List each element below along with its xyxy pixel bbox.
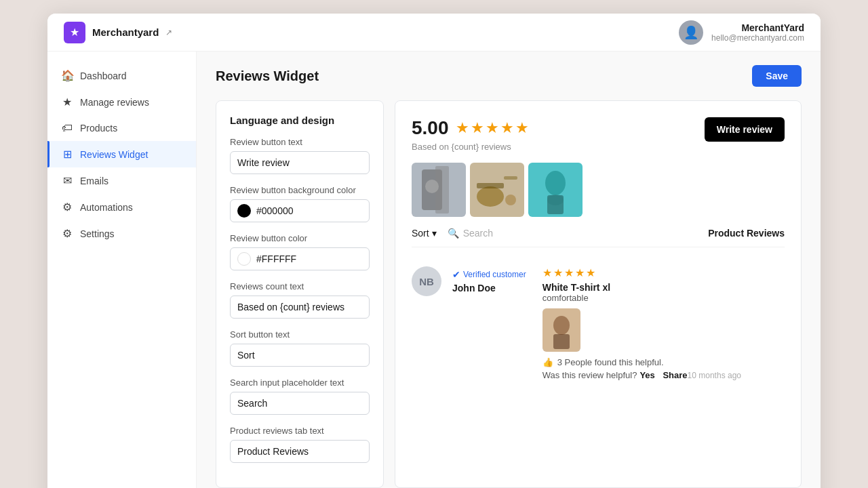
rating-number: 5.00 — [412, 117, 449, 139]
sidebar-item-settings[interactable]: ⚙ Settings — [47, 220, 196, 247]
review-button-text-input[interactable] — [230, 151, 370, 174]
review-star-4: ★ — [575, 266, 585, 279]
separator — [658, 370, 660, 380]
svg-point-12 — [547, 195, 564, 205]
search-bar: 🔍 Search — [448, 228, 493, 239]
rating-left: 5.00 ★ ★ ★ ★ ★ Based on {count} reviews — [412, 117, 529, 152]
star-3: ★ — [486, 119, 499, 137]
product-reviews-tab-input[interactable] — [230, 440, 370, 463]
field-review-button-text: Review button text — [230, 137, 370, 174]
content-header: Reviews Widget Save — [197, 52, 821, 100]
yes-link[interactable]: Yes — [639, 370, 654, 380]
color-value-bg[interactable] — [256, 205, 362, 216]
user-name: MerchantYard — [711, 22, 804, 33]
review-star-3: ★ — [564, 266, 574, 279]
topbar: ★ Merchantyard ↗ 👤 MerchantYard hello@me… — [47, 14, 821, 52]
review-actions: Was this review helpful? Yes Share 10 mo… — [542, 370, 741, 380]
search-icon: 🔍 — [448, 228, 459, 239]
field-label: Review button background color — [230, 185, 370, 195]
product-reviews-tab[interactable]: Product Reviews — [708, 228, 785, 239]
sidebar-item-manage-reviews[interactable]: ★ Manage reviews — [47, 89, 196, 115]
write-review-button[interactable]: Write review — [705, 117, 785, 142]
field-label: Review button text — [230, 137, 370, 147]
sidebar-item-label: Dashboard — [80, 70, 127, 81]
field-reviews-count-text: Reviews count text — [230, 281, 370, 319]
review-photo — [542, 308, 580, 352]
review-stars: ★ ★ ★ ★ ★ — [542, 266, 741, 279]
sort-button[interactable]: Sort ▾ — [412, 228, 437, 239]
star-4: ★ — [500, 119, 514, 137]
search-placeholder-input[interactable] — [230, 392, 370, 415]
svg-point-14 — [553, 316, 570, 335]
share-link[interactable]: Share — [663, 370, 687, 380]
sidebar-item-dashboard[interactable]: 🏠 Dashboard — [47, 62, 196, 89]
sidebar-item-emails[interactable]: ✉ Emails — [47, 167, 196, 194]
color-swatch-black — [237, 204, 251, 218]
two-col-layout: Language and design Review button text R… — [197, 100, 821, 488]
chevron-down-icon: ▾ — [432, 228, 437, 239]
tag-icon: 🏷 — [61, 122, 73, 134]
star-5: ★ — [515, 119, 529, 137]
reviewer-name: John Doe — [452, 283, 526, 293]
topbar-right: 👤 MerchantYard hello@merchantyard.com — [679, 20, 804, 45]
reviews-count-text-input[interactable] — [230, 296, 370, 319]
rating-score: 5.00 ★ ★ ★ ★ ★ — [412, 117, 529, 139]
external-link-icon[interactable]: ↗ — [165, 28, 172, 37]
review-comment: comfortable — [542, 293, 741, 303]
color-swatch-white — [237, 252, 251, 266]
review-card-inner: ✔ Verified customer John Doe ★ ★ — [452, 266, 785, 380]
star-2: ★ — [471, 119, 484, 137]
review-card-content: ✔ Verified customer John Doe ★ ★ — [452, 266, 785, 380]
reviewer-info: ✔ Verified customer John Doe — [452, 266, 526, 380]
svg-rect-6 — [477, 183, 504, 188]
sort-search-left: Sort ▾ 🔍 Search — [412, 228, 493, 239]
thumbs-up-icon: 👍 — [542, 357, 553, 367]
verified-text: Verified customer — [463, 270, 526, 279]
avatar: 👤 — [679, 20, 703, 45]
panel-section-title: Language and design — [230, 115, 370, 126]
field-sort-button-text: Sort button text — [230, 329, 370, 367]
svg-point-3 — [425, 180, 439, 193]
sidebar: 🏠 Dashboard ★ Manage reviews 🏷 Products … — [47, 52, 197, 488]
automation-icon: ⚙ — [61, 201, 73, 214]
sort-button-text-input[interactable] — [230, 344, 370, 367]
preview-panel: 5.00 ★ ★ ★ ★ ★ Based on {count} reviews — [395, 100, 802, 488]
email-icon: ✉ — [61, 174, 73, 187]
rating-section: 5.00 ★ ★ ★ ★ ★ Based on {count} reviews — [412, 117, 785, 152]
color-field-fg[interactable] — [230, 247, 370, 270]
save-button[interactable]: Save — [752, 65, 802, 87]
user-email: hello@merchantyard.com — [711, 33, 804, 43]
sidebar-item-label: Emails — [80, 176, 108, 186]
star-icon: ★ — [61, 96, 73, 108]
field-review-button-color: Review button color — [230, 233, 370, 270]
image-strip — [412, 163, 785, 217]
review-star-2: ★ — [553, 266, 563, 279]
page-title: Reviews Widget — [216, 68, 319, 84]
stars: ★ ★ ★ ★ ★ — [456, 119, 529, 137]
star-1: ★ — [456, 119, 469, 137]
sidebar-item-label: Manage reviews — [80, 97, 149, 108]
home-icon: 🏠 — [61, 69, 73, 82]
sidebar-item-automations[interactable]: ⚙ Automations — [47, 194, 196, 220]
color-field-bg[interactable] — [230, 199, 370, 222]
sort-search-bar: Sort ▾ 🔍 Search Product Reviews — [412, 228, 785, 247]
logo-icon: ★ — [64, 22, 85, 43]
field-review-button-bg-color: Review button background color — [230, 185, 370, 222]
color-value-fg[interactable] — [256, 253, 362, 264]
helpful-count: 3 People found this helpful. — [557, 357, 664, 367]
settings-panel: Language and design Review button text R… — [216, 100, 384, 488]
sidebar-item-label: Automations — [80, 202, 133, 213]
sidebar-item-reviews-widget[interactable]: ⊞ Reviews Widget — [47, 141, 196, 167]
verified-badge: ✔ Verified customer — [452, 269, 526, 280]
sidebar-item-label: Reviews Widget — [80, 149, 148, 160]
topbar-left: ★ Merchantyard ↗ — [64, 22, 172, 43]
field-product-reviews-tab: Product reviews tab text — [230, 426, 370, 463]
review-actions-left: Was this review helpful? Yes Share — [542, 370, 688, 380]
brand-name: Merchantyard — [92, 26, 159, 38]
sidebar-item-products[interactable]: 🏷 Products — [47, 115, 196, 141]
settings-icon: ⚙ — [61, 227, 73, 240]
rating-count: Based on {count} reviews — [412, 142, 529, 152]
sort-label: Sort — [412, 228, 429, 239]
reviewer-avatar: NB — [412, 266, 441, 296]
review-time: 10 months ago — [688, 371, 741, 380]
